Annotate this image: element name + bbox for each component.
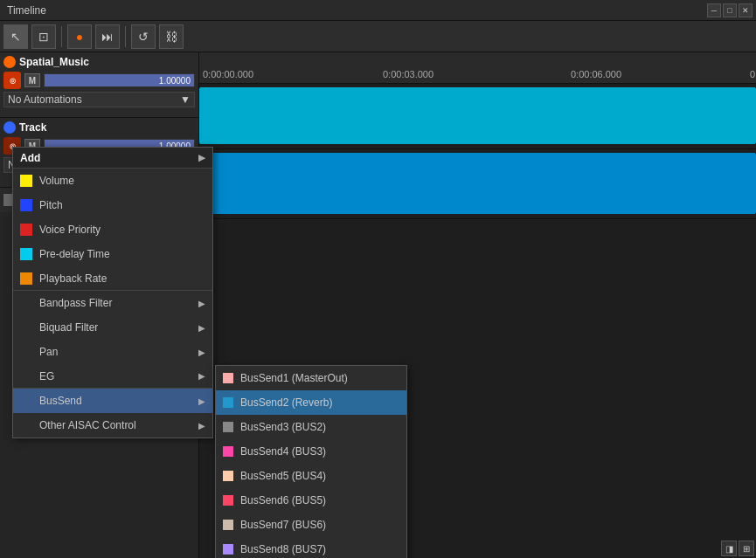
bussend5-label: BusSend5 (BUS4): [240, 470, 326, 482]
skip-button[interactable]: ⏭: [95, 24, 120, 49]
menu-item-bussend-label: BusSend: [39, 395, 191, 407]
bussend3-label: BusSend3 (BUS2): [240, 421, 326, 433]
bussend-submenu-item-1[interactable]: BusSend1 (MasterOut): [216, 366, 406, 390]
menu-item-bussend[interactable]: BusSend ▶: [13, 389, 212, 413]
bussend-submenu-item-8[interactable]: BusSend8 (BUS7): [216, 537, 406, 558]
track-header-1: Spatial_Music ◎ M 1.00000 No Automations…: [0, 52, 198, 118]
range-tool-button[interactable]: ⊡: [31, 24, 56, 49]
track-1-volume-value: 1.00000: [159, 76, 191, 86]
context-menu-arrow: ▶: [198, 153, 205, 162]
menu-item-bandpass[interactable]: Bandpass Filter ▶: [13, 291, 212, 315]
bussend-arrow-icon: ▶: [198, 396, 205, 406]
bussend-submenu-item-3[interactable]: BusSend3 (BUS2): [216, 415, 406, 439]
menu-item-volume[interactable]: Volume: [13, 169, 212, 193]
bussend-submenu-item-7[interactable]: BusSend7 (BUS6): [216, 513, 406, 537]
bussend7-label: BusSend7 (BUS6): [240, 519, 326, 531]
bussend5-color-icon: [223, 471, 233, 481]
menu-item-volume-label: Volume: [39, 175, 205, 187]
pitch-color-icon: [20, 199, 32, 211]
menu-item-voice-priority[interactable]: Voice Priority: [13, 217, 212, 242]
track-1-color: [3, 56, 16, 68]
bussend6-color-icon: [223, 495, 233, 506]
toolbar-separator-2: [125, 26, 126, 47]
track-2-name: Track: [19, 121, 46, 134]
time-label-0: 0:00:00.000: [203, 69, 253, 79]
bussend3-color-icon: [223, 422, 233, 432]
time-label-1: 0:00:03.000: [383, 69, 433, 79]
bussend-submenu-item-6[interactable]: BusSend6 (BUS5): [216, 488, 406, 513]
title-bar: Timeline ─ □ ✕: [0, 0, 756, 21]
title-bar-controls: ─ □ ✕: [707, 0, 753, 21]
menu-item-eg-label: EG: [39, 370, 191, 382]
track-1-name: Spatial_Music: [19, 56, 89, 68]
eg-color-icon: [20, 370, 32, 382]
bussend1-label: BusSend1 (MasterOut): [240, 372, 348, 384]
time-label-2: 0:00:06.000: [571, 69, 621, 79]
timeline-track-row-2: [199, 149, 756, 219]
menu-item-bandpass-label: Bandpass Filter: [39, 297, 191, 309]
track-1-volume-slider[interactable]: 1.00000: [44, 73, 195, 87]
title-bar-text: Timeline: [7, 4, 46, 17]
close-button[interactable]: ✕: [739, 3, 753, 17]
bussend-color-icon: [20, 395, 32, 407]
bussend6-label: BusSend6 (BUS5): [240, 494, 326, 506]
track-1-automation-dropdown[interactable]: No Automations ▼: [3, 92, 195, 107]
biquad-color-icon: [20, 321, 32, 334]
menu-item-pre-delay[interactable]: Pre-delay Time: [13, 242, 212, 266]
bussend-submenu-item-2[interactable]: BusSend2 (Reverb): [216, 390, 406, 415]
corner-button-2[interactable]: ⊞: [739, 541, 754, 556]
track-1-logo: ◎: [3, 72, 21, 89]
toolbar-separator-1: [61, 26, 62, 47]
link-button[interactable]: ⛓: [159, 24, 184, 49]
menu-item-eg[interactable]: EG ▶: [13, 364, 212, 389]
timeline-tracks: [199, 84, 756, 219]
corner-buttons: ◨ ⊞: [719, 539, 756, 558]
bussend2-label: BusSend2 (Reverb): [240, 396, 332, 409]
menu-item-pan-label: Pan: [39, 346, 191, 358]
pan-arrow-icon: ▶: [198, 348, 205, 357]
playback-rate-color-icon: [20, 272, 32, 285]
minimize-button[interactable]: ─: [707, 3, 721, 17]
menu-item-pitch-label: Pitch: [39, 199, 205, 211]
loop-button[interactable]: ↺: [131, 24, 156, 49]
volume-color-icon: [20, 175, 32, 187]
bussend-submenu: BusSend1 (MasterOut) BusSend2 (Reverb) B…: [215, 365, 407, 558]
menu-item-other-aisac-label: Other AISAC Control: [39, 419, 191, 431]
bussend1-color-icon: [223, 373, 233, 383]
corner-button-1[interactable]: ◨: [721, 541, 737, 556]
bussend2-color-icon: [223, 397, 233, 408]
bandpass-color-icon: [20, 297, 32, 309]
time-ruler: 0:00:00.000 0:00:03.000 0:00:06.000 0:00…: [199, 52, 756, 84]
menu-item-voice-priority-label: Voice Priority: [39, 224, 205, 236]
context-menu-header: Add ▶: [13, 148, 212, 169]
biquad-arrow-icon: ▶: [198, 323, 205, 333]
bussend4-color-icon: [223, 446, 233, 457]
bussend4-label: BusSend4 (BUS3): [240, 445, 326, 458]
menu-item-pan[interactable]: Pan ▶: [13, 340, 212, 364]
menu-item-playback-rate[interactable]: Playback Rate: [13, 266, 212, 291]
menu-item-pre-delay-label: Pre-delay Time: [39, 248, 205, 260]
bandpass-arrow-icon: ▶: [198, 299, 205, 308]
track-1-automation-label: No Automations: [8, 93, 82, 106]
bussend8-color-icon: [223, 544, 233, 555]
menu-item-biquad[interactable]: Biquad Filter ▶: [13, 315, 212, 340]
bussend-submenu-item-5[interactable]: BusSend5 (BUS4): [216, 464, 406, 488]
menu-item-playback-rate-label: Playback Rate: [39, 272, 205, 285]
other-aisac-arrow-icon: ▶: [198, 421, 205, 431]
select-tool-button[interactable]: ↖: [3, 24, 28, 49]
bussend-submenu-item-4[interactable]: BusSend4 (BUS3): [216, 439, 406, 464]
menu-item-pitch[interactable]: Pitch: [13, 193, 212, 217]
timeline-track-block-1[interactable]: [199, 87, 756, 144]
timeline-track-block-2[interactable]: [199, 153, 756, 214]
bussend8-label: BusSend8 (BUS7): [240, 543, 326, 555]
track-1-mute-button[interactable]: M: [24, 73, 40, 87]
track-1-automation-arrow: ▼: [180, 93, 191, 106]
pre-delay-color-icon: [20, 248, 32, 260]
maximize-button[interactable]: □: [723, 3, 737, 17]
menu-item-other-aisac[interactable]: Other AISAC Control ▶: [13, 413, 212, 437]
pan-color-icon: [20, 346, 32, 358]
bussend7-color-icon: [223, 520, 233, 530]
menu-item-biquad-label: Biquad Filter: [39, 321, 191, 334]
voice-priority-color-icon: [20, 224, 32, 236]
record-button[interactable]: ●: [67, 24, 92, 49]
